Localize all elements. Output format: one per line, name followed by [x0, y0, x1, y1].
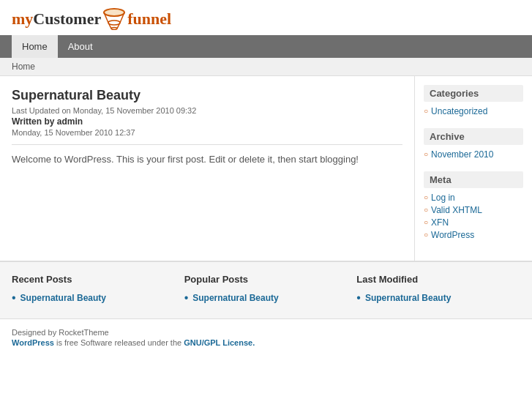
post-divider: [12, 144, 402, 145]
sidebar: Categories ○ Uncategorized Archive ○ Nov…: [415, 76, 532, 261]
footer-recent-link[interactable]: Supernatural Beauty: [20, 293, 106, 303]
main-nav: Home About: [0, 35, 532, 58]
sidebar-link-november2010[interactable]: November 2010: [431, 149, 493, 160]
footer-popular-link[interactable]: Supernatural Beauty: [192, 293, 278, 303]
sidebar-link-uncategorized[interactable]: Uncategorized: [431, 106, 487, 116]
footer-bullet-icon: •: [184, 292, 189, 304]
post-author: Written by admin: [12, 116, 402, 127]
footer-wordpress-link[interactable]: WordPress: [12, 338, 54, 347]
logo-funnel-icon: [101, 9, 127, 29]
svg-point-7: [111, 28, 117, 30]
sidebar-meta-login: ○ Log in: [424, 193, 523, 203]
bullet-icon: ○: [424, 107, 428, 115]
sidebar-categories-title: Categories: [424, 85, 523, 102]
footer-gnu-gpl-link[interactable]: GNU/GPL License.: [184, 338, 255, 347]
svg-point-4: [108, 20, 120, 25]
site-header: myCustomer funnel: [0, 0, 532, 35]
post-date: Monday, 15 November 2010 12:37: [12, 128, 402, 137]
nav-item-home[interactable]: Home: [12, 35, 58, 58]
sidebar-meta-xfn: ○ XFN: [424, 217, 523, 228]
bullet-icon: ○: [424, 231, 428, 239]
sidebar-archive-nov2010: ○ November 2010: [424, 149, 523, 160]
footer-popular-posts-title: Popular Posts: [184, 274, 340, 285]
footer-popular-item: • Supernatural Beauty: [184, 292, 340, 304]
footer-recent-item: • Supernatural Beauty: [12, 292, 167, 304]
footer-recent-posts: Recent Posts • Supernatural Beauty: [12, 274, 176, 307]
footer-popular-posts: Popular Posts • Supernatural Beauty: [176, 274, 348, 307]
sidebar-meta: Meta ○ Log in ○ Valid XHTML ○ XFN ○ Word…: [424, 171, 523, 240]
footer-bottom: Designed by RocketTheme WordPress is fre…: [0, 318, 532, 357]
sidebar-link-wordpress[interactable]: WordPress: [431, 230, 474, 240]
footer-recent-posts-title: Recent Posts: [12, 274, 167, 285]
sidebar-link-login[interactable]: Log in: [431, 193, 455, 203]
nav-item-about[interactable]: About: [58, 35, 103, 58]
bullet-icon: ○: [424, 206, 428, 214]
sidebar-meta-title: Meta: [424, 171, 523, 188]
bullet-icon: ○: [424, 193, 428, 201]
logo-my: my: [12, 10, 33, 29]
svg-point-1: [104, 9, 124, 16]
sidebar-link-xhtml[interactable]: Valid XHTML: [431, 205, 482, 215]
footer-license-line: WordPress is free Software released unde…: [12, 338, 520, 347]
sidebar-archive: Archive ○ November 2010: [424, 128, 523, 160]
footer-widgets: Recent Posts • Supernatural Beauty Popul…: [0, 261, 532, 318]
footer-bullet-icon: •: [12, 292, 16, 304]
footer-designed-by: Designed by RocketTheme: [12, 328, 520, 337]
post-body: Welcome to WordPress. This is your first…: [12, 152, 402, 167]
footer-last-modified-title: Last Modified: [356, 274, 512, 285]
sidebar-link-xfn[interactable]: XFN: [431, 217, 449, 228]
bullet-icon: ○: [424, 218, 428, 226]
logo-customer: Customer: [33, 10, 101, 29]
post-last-updated: Last Updated on Monday, 15 November 2010…: [12, 106, 402, 115]
footer-modified-link[interactable]: Supernatural Beauty: [365, 293, 451, 303]
bullet-icon: ○: [424, 150, 428, 158]
breadcrumb: Home: [0, 58, 532, 76]
main-content: Supernatural Beauty Last Updated on Mond…: [0, 76, 532, 261]
sidebar-archive-title: Archive: [424, 128, 523, 145]
sidebar-categories: Categories ○ Uncategorized: [424, 85, 523, 116]
footer-modified-item: • Supernatural Beauty: [356, 292, 512, 304]
site-logo: myCustomer funnel: [12, 9, 520, 29]
footer-license-text-middle: is free Software released under the: [54, 338, 184, 347]
sidebar-meta-wordpress: ○ WordPress: [424, 230, 523, 240]
footer-last-modified: Last Modified • Supernatural Beauty: [348, 274, 520, 307]
content-area: Supernatural Beauty Last Updated on Mond…: [0, 76, 415, 261]
post-title: Supernatural Beauty: [12, 88, 402, 103]
sidebar-category-uncategorized: ○ Uncategorized: [424, 106, 523, 116]
sidebar-meta-xhtml: ○ Valid XHTML: [424, 205, 523, 215]
logo-funnel-text: funnel: [127, 10, 171, 29]
footer-bullet-icon: •: [356, 292, 361, 304]
